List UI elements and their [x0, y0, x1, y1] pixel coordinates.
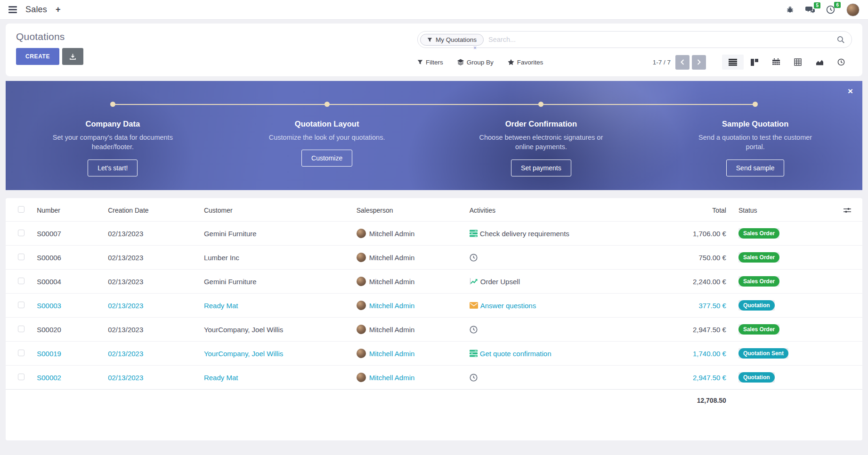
- status-badge: Sales Order: [738, 276, 779, 287]
- chat-icon[interactable]: 5: [805, 6, 815, 14]
- pivot-view-icon[interactable]: [787, 55, 809, 70]
- step-title: Company Data: [6, 120, 220, 128]
- row-checkbox[interactable]: [18, 374, 24, 380]
- row-customer[interactable]: Gemini Furniture: [200, 270, 353, 294]
- optional-columns-button[interactable]: [832, 198, 862, 222]
- row-number[interactable]: S00003: [33, 294, 104, 318]
- step-action-button[interactable]: Let's start!: [88, 160, 138, 176]
- favorites-menu[interactable]: Favorites: [508, 59, 544, 66]
- create-button[interactable]: CREATE: [16, 48, 59, 65]
- clock-icon[interactable]: 6: [826, 5, 835, 14]
- column-header-salesperson[interactable]: Salesperson: [353, 198, 466, 222]
- search-facet-my-quotations[interactable]: My Quotations ×: [420, 34, 484, 46]
- table-row[interactable]: S00007 02/13/2023 Gemini Furniture Mitch…: [6, 222, 862, 246]
- table-row[interactable]: S00019 02/13/2023 YourCompany, Joel Will…: [6, 342, 862, 366]
- page-title: Quotations: [16, 31, 83, 42]
- row-checkbox[interactable]: [18, 326, 24, 332]
- column-header-activities[interactable]: Activities: [466, 198, 653, 222]
- row-number[interactable]: S00020: [33, 318, 104, 342]
- close-icon[interactable]: ×: [848, 87, 853, 96]
- step-action-button[interactable]: Set payments: [511, 160, 571, 176]
- row-activity: [470, 254, 649, 262]
- row-customer[interactable]: YourCompany, Joel Willis: [200, 318, 353, 342]
- row-number[interactable]: S00007: [33, 222, 104, 246]
- clock-activity-icon[interactable]: [470, 326, 478, 334]
- row-number[interactable]: S00006: [33, 246, 104, 270]
- row-customer[interactable]: Ready Mat: [200, 294, 353, 318]
- kanban-view-icon[interactable]: [744, 55, 765, 70]
- row-checkbox[interactable]: [18, 350, 24, 356]
- row-number[interactable]: S00002: [33, 366, 104, 390]
- download-icon: [69, 53, 76, 60]
- facet-remove-icon[interactable]: ×: [473, 45, 477, 51]
- row-number[interactable]: S00019: [33, 342, 104, 366]
- hamburger-icon[interactable]: [8, 6, 17, 13]
- column-header-creation-date[interactable]: Creation Date: [104, 198, 200, 222]
- row-salesperson: Mitchell Admin: [369, 278, 415, 286]
- row-customer[interactable]: Ready Mat: [200, 366, 353, 390]
- row-customer[interactable]: YourCompany, Joel Willis: [200, 342, 353, 366]
- column-header-number[interactable]: Number: [33, 198, 104, 222]
- salesperson-avatar: [357, 253, 366, 262]
- filters-menu[interactable]: Filters: [417, 59, 443, 66]
- activity-view-icon[interactable]: [830, 55, 852, 70]
- tasks-activity-icon[interactable]: [470, 230, 478, 237]
- column-header-status[interactable]: Status: [735, 198, 832, 222]
- clock-activity-icon[interactable]: [470, 374, 478, 382]
- row-customer[interactable]: Gemini Furniture: [200, 222, 353, 246]
- table-row[interactable]: S00004 02/13/2023 Gemini Furniture Mitch…: [6, 270, 862, 294]
- salesperson-avatar: [357, 277, 366, 286]
- row-checkbox[interactable]: [18, 302, 24, 308]
- export-button[interactable]: [62, 48, 83, 65]
- row-creation-date[interactable]: 02/13/2023: [104, 222, 200, 246]
- user-avatar[interactable]: [846, 3, 860, 16]
- clock-activity-icon[interactable]: [470, 254, 478, 262]
- step-action-button[interactable]: Send sample: [726, 160, 785, 176]
- tasks-activity-icon[interactable]: [470, 350, 478, 357]
- row-customer[interactable]: Lumber Inc: [200, 246, 353, 270]
- row-checkbox[interactable]: [18, 230, 24, 236]
- row-checkbox[interactable]: [18, 278, 24, 284]
- table-row[interactable]: S00003 02/13/2023 Ready Mat Mitchell Adm…: [6, 294, 862, 318]
- row-total: 2,947.50 €: [652, 318, 735, 342]
- app-name[interactable]: Sales: [25, 5, 47, 15]
- search-input[interactable]: Search...: [488, 36, 837, 43]
- step-action-button[interactable]: Customize: [301, 150, 352, 167]
- select-all-checkbox[interactable]: [18, 206, 24, 213]
- calendar-view-icon[interactable]: [765, 55, 787, 70]
- row-number[interactable]: S00004: [33, 270, 104, 294]
- sliders-icon: [844, 207, 851, 214]
- row-creation-date[interactable]: 02/13/2023: [104, 270, 200, 294]
- group-by-menu[interactable]: Group By: [457, 59, 494, 66]
- row-creation-date[interactable]: 02/13/2023: [104, 342, 200, 366]
- column-header-total[interactable]: Total: [652, 198, 735, 222]
- graph-view-icon[interactable]: [809, 55, 830, 70]
- table-row[interactable]: S00020 02/13/2023 YourCompany, Joel Will…: [6, 318, 862, 342]
- upsell-chart-activity-icon[interactable]: [470, 278, 478, 285]
- row-checkbox[interactable]: [18, 254, 24, 260]
- table-footer-row: 12,708.50: [6, 390, 862, 412]
- favorites-label: Favorites: [517, 59, 544, 66]
- bug-icon[interactable]: [786, 6, 794, 14]
- email-activity-icon[interactable]: [470, 302, 478, 309]
- step-description: Choose between electronic signatures or …: [479, 133, 603, 152]
- pager-next-button[interactable]: [692, 55, 706, 70]
- row-total: 1,706.00 €: [652, 222, 735, 246]
- table-row[interactable]: S00002 02/13/2023 Ready Mat Mitchell Adm…: [6, 366, 862, 390]
- row-total: 1,740.00 €: [652, 342, 735, 366]
- salesperson-avatar: [357, 349, 366, 358]
- row-creation-date[interactable]: 02/13/2023: [104, 246, 200, 270]
- row-creation-date[interactable]: 02/13/2023: [104, 318, 200, 342]
- table-row[interactable]: S00006 02/13/2023 Lumber Inc Mitchell Ad…: [6, 246, 862, 270]
- list-view-icon[interactable]: [722, 55, 744, 70]
- pager-previous-button[interactable]: [675, 55, 690, 70]
- status-badge: Quotation Sent: [738, 348, 788, 359]
- step-description: Customize the look of your quotations.: [265, 133, 389, 142]
- quotations-list: Number Creation Date Customer Salesperso…: [6, 198, 862, 440]
- row-creation-date[interactable]: 02/13/2023: [104, 366, 200, 390]
- search-bar[interactable]: My Quotations × Search...: [417, 31, 852, 48]
- row-creation-date[interactable]: 02/13/2023: [104, 294, 200, 318]
- column-header-customer[interactable]: Customer: [200, 198, 353, 222]
- search-icon[interactable]: [837, 36, 845, 44]
- add-tab-icon[interactable]: +: [56, 5, 61, 15]
